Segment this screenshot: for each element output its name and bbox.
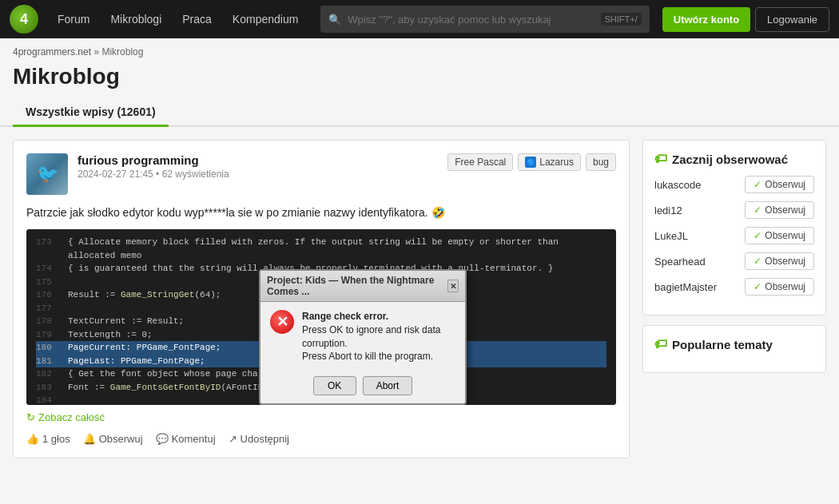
nav-links: Forum Mikroblogi Praca Kompendium (48, 8, 308, 30)
follow-spearhead-button[interactable]: ✓ Obserwuj (745, 252, 814, 270)
list-item: LukeJL ✓ Obserwuj (654, 227, 814, 244)
comment-icon: 💬 (156, 433, 169, 445)
create-account-button[interactable]: Utwórz konto (662, 7, 750, 32)
follow-label: Obserwuj (99, 433, 143, 445)
tag-lazarus[interactable]: 🔷 Lazarus (518, 153, 581, 171)
vote-label: 1 głos (42, 433, 70, 445)
breadcrumb-home[interactable]: 4programmers.net (13, 46, 91, 58)
check-icon: ✓ (754, 230, 761, 241)
sidebar-popular-title: 🏷 Popularne tematy (654, 337, 814, 351)
breadcrumb-separator: » (93, 46, 99, 58)
error-dialog: Project: Kids — When the Nightmare Comes… (259, 269, 467, 405)
list-item: ledi12 ✓ Obserwuj (654, 201, 814, 219)
popular-tag-icon: 🏷 (654, 337, 667, 351)
post-header: 🐦 furious programming 2024-02-27 21:45 •… (26, 153, 616, 195)
dialog-abort-button[interactable]: Abort (363, 376, 413, 395)
tag-bug[interactable]: bug (586, 153, 616, 171)
check-icon: ✓ (754, 179, 761, 190)
login-button[interactable]: Logowanie (755, 7, 829, 32)
site-logo[interactable]: 4 (10, 5, 38, 34)
search-bar: 🔍 SHIFT+/ (320, 6, 649, 33)
user-name-bagietmajster: bagietMajster (654, 281, 717, 293)
dialog-close-button[interactable]: ✕ (447, 280, 459, 292)
share-action[interactable]: ↗ Udostępnij (229, 433, 289, 445)
tab-all-posts[interactable]: Wszystkie wpisy (12601) (13, 99, 169, 127)
follow-bagietmajster-button[interactable]: ✓ Obserwuj (745, 278, 814, 296)
sidebar: 🏷 Zacznij obserwować lukascode ✓ Obserwu… (642, 140, 826, 383)
follow-btn-label: Obserwuj (765, 281, 805, 292)
see-more-link[interactable]: ↻ Zobacz całość (26, 411, 616, 423)
check-icon: ✓ (754, 204, 761, 216)
tag-icon: 🏷 (654, 152, 667, 166)
follow-btn-label: Obserwuj (765, 204, 805, 216)
dialog-title-text: Project: Kids — When the Nightmare Comes… (267, 275, 447, 297)
code-screenshot: 173{ Allocate memory block filled with z… (26, 229, 616, 405)
nav-kompendium[interactable]: Kompendium (223, 8, 308, 30)
vote-action[interactable]: 👍 1 głos (26, 433, 70, 445)
breadcrumb-section: Mikroblog (101, 46, 143, 58)
follow-action[interactable]: 🔔 Obserwuj (83, 433, 143, 445)
dialog-error-title: Range check error. (302, 311, 388, 322)
sidebar-popular-title-text: Popularne tematy (672, 338, 773, 351)
dialog-body: ✕ Range check error. Press OK to ignore … (260, 302, 465, 371)
list-item: lukascode ✓ Obserwuj (654, 176, 814, 193)
user-name-lukascode: lukascode (654, 179, 702, 191)
see-more-icon: ↻ (26, 411, 35, 423)
post-text: Patrzcie jak słodko edytor kodu wyp*****… (26, 206, 445, 219)
sidebar-follow-title-text: Zacznij obserwować (672, 153, 788, 166)
follow-btn-label: Obserwuj (765, 256, 805, 267)
see-more-label: Zobacz całość (38, 411, 105, 423)
list-item: bagietMajster ✓ Obserwuj (654, 278, 814, 296)
search-input[interactable] (348, 14, 594, 26)
tag-free-pascal[interactable]: Free Pascal (447, 153, 513, 171)
dialog-message: Range check error. Press OK to ignore an… (302, 310, 455, 363)
follow-ledi12-button[interactable]: ✓ Obserwuj (745, 201, 814, 219)
comment-action[interactable]: 💬 Komentuj (156, 433, 216, 445)
dialog-title-bar: Project: Kids — When the Nightmare Comes… (260, 271, 465, 302)
dialog-ok-button[interactable]: OK (313, 376, 356, 395)
breadcrumb: 4programmers.net » Mikroblog (0, 38, 839, 61)
dialog-error-icon: ✕ (270, 310, 294, 334)
post-author[interactable]: furious programming (78, 153, 438, 167)
nav-praca[interactable]: Praca (173, 8, 221, 30)
sidebar-popular-section: 🏷 Popularne tematy (642, 325, 826, 373)
share-label: Udostępnij (241, 433, 289, 445)
post-datetime: 2024-02-27 21:45 (78, 169, 153, 180)
avatar-image: 🐦 (26, 153, 68, 195)
tag-lazarus-label: Lazarus (539, 157, 574, 168)
list-item: Spearhead ✓ Obserwuj (654, 252, 814, 270)
nav-mikroblogi[interactable]: Mikroblogi (101, 8, 171, 30)
main-layout: 🐦 furious programming 2024-02-27 21:45 •… (0, 127, 839, 471)
user-name-spearhead: Spearhead (654, 256, 706, 268)
logo-text: 4 (20, 11, 28, 28)
sidebar-follow-section: 🏷 Zacznij obserwować lukascode ✓ Obserwu… (642, 140, 826, 315)
follow-lukejl-button[interactable]: ✓ Obserwuj (745, 227, 814, 244)
follow-btn-label: Obserwuj (765, 179, 805, 190)
lazarus-icon: 🔷 (525, 157, 536, 168)
check-icon: ✓ (754, 281, 761, 292)
post-meta: furious programming 2024-02-27 21:45 • 6… (78, 153, 438, 180)
follow-lukascode-button[interactable]: ✓ Obserwuj (745, 176, 814, 193)
post-views: 62 wyświetlenia (162, 169, 229, 180)
comment-label: Komentuj (172, 433, 216, 445)
follow-icon: 🔔 (83, 433, 96, 445)
avatar: 🐦 (26, 153, 68, 195)
post-body: Patrzcie jak słodko edytor kodu wyp*****… (26, 204, 616, 221)
search-icon: 🔍 (328, 14, 341, 26)
dialog-error-body: Press OK to ignore and risk data corrupt… (302, 324, 440, 363)
post-date: 2024-02-27 21:45 • 62 wyświetlenia (78, 169, 438, 180)
share-icon: ↗ (229, 433, 237, 445)
nav-forum[interactable]: Forum (48, 8, 99, 30)
follow-btn-label: Obserwuj (765, 230, 805, 241)
sidebar-follow-title: 🏷 Zacznij obserwować (654, 152, 814, 166)
post-card: 🐦 furious programming 2024-02-27 21:45 •… (13, 140, 630, 458)
topnav: 4 Forum Mikroblogi Praca Kompendium 🔍 SH… (0, 0, 839, 38)
check-icon: ✓ (754, 256, 761, 267)
search-shortcut: SHIFT+/ (601, 13, 642, 26)
user-name-lukejl: LukeJL (654, 230, 688, 242)
page-title: Mikroblog (0, 61, 839, 99)
dialog-buttons: OK Abort (260, 371, 465, 403)
post-tags: Free Pascal 🔷 Lazarus bug (447, 153, 616, 171)
auth-buttons: Utwórz konto Logowanie (662, 7, 829, 32)
post-dot: • (156, 169, 162, 180)
